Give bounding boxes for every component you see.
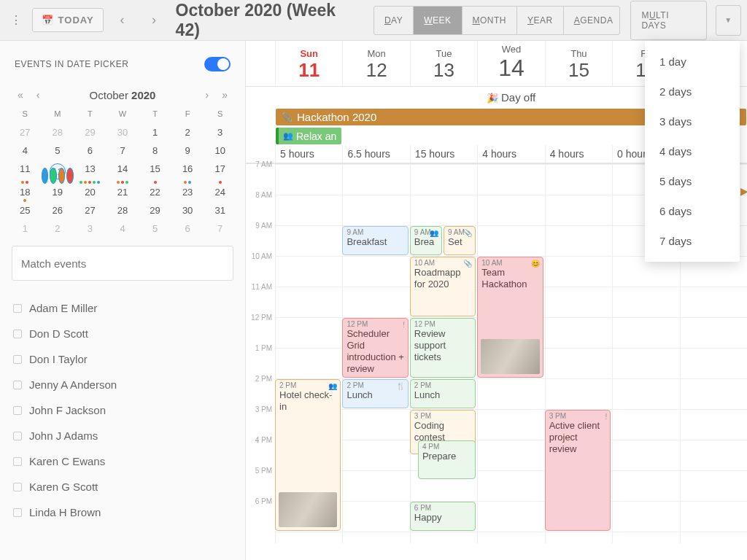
- event-prep[interactable]: 4 PMPrepare: [418, 440, 476, 479]
- view-year-button[interactable]: YEAR: [517, 7, 564, 34]
- dropdown-item[interactable]: 6 days: [645, 196, 740, 226]
- mini-cal-day[interactable]: 4: [107, 219, 139, 237]
- mini-cal-day[interactable]: 25: [9, 201, 42, 219]
- event-lunch1[interactable]: 2 PMLunch🍴: [342, 379, 408, 408]
- menu-dots-icon[interactable]: ⋮: [6, 6, 26, 35]
- next-arrow-icon[interactable]: ›: [141, 7, 166, 34]
- day-header[interactable]: Mon12: [342, 41, 409, 86]
- mini-cal-day[interactable]: 10: [204, 141, 236, 159]
- mini-next-year-icon[interactable]: »: [217, 86, 232, 104]
- event-image: [279, 492, 337, 527]
- mini-cal-day[interactable]: 7: [107, 141, 139, 159]
- relax-chip[interactable]: 👥 Relax an: [276, 128, 341, 144]
- day-header[interactable]: Tue13: [410, 41, 477, 86]
- mini-cal-day[interactable]: 9: [171, 141, 204, 159]
- mini-cal-day-header: S: [9, 109, 42, 122]
- mini-cal-day[interactable]: 19: [42, 182, 74, 201]
- mini-cal-day[interactable]: 17: [204, 159, 236, 182]
- mini-cal-day[interactable]: 21: [107, 182, 139, 201]
- person-item[interactable]: Adam E Miller: [4, 295, 241, 321]
- mini-cal-day[interactable]: 29: [74, 122, 107, 141]
- mini-cal-day[interactable]: 3: [74, 219, 107, 237]
- mini-cal-day[interactable]: 14: [107, 159, 139, 182]
- mini-cal-day[interactable]: 11: [9, 159, 42, 182]
- mini-cal-day[interactable]: 27: [9, 122, 42, 141]
- day-header[interactable]: Wed14: [477, 41, 544, 86]
- event-sched[interactable]: 12 PMScheduler Grid introduction + revie…: [342, 318, 408, 378]
- event-road[interactable]: 10 AMRoadmapp for 2020📎: [410, 257, 476, 316]
- mini-cal-day[interactable]: 15: [139, 159, 171, 182]
- mini-cal-day[interactable]: 20: [74, 182, 107, 201]
- person-item[interactable]: Linda H Brown: [4, 499, 241, 525]
- mini-cal-day[interactable]: 24: [204, 182, 236, 201]
- view-day-button[interactable]: DAY: [374, 7, 414, 34]
- event-breakfast[interactable]: 9 AMBreakfast: [342, 226, 408, 255]
- day-header[interactable]: Sun11: [275, 41, 342, 86]
- mini-cal-day[interactable]: 5: [42, 141, 74, 159]
- mini-cal-day[interactable]: 18: [9, 182, 42, 201]
- dropdown-item[interactable]: 4 days: [645, 136, 740, 166]
- dropdown-item[interactable]: 7 days: [645, 226, 740, 256]
- person-item[interactable]: Karen G Scott: [4, 474, 241, 499]
- mini-next-month-icon[interactable]: ›: [201, 86, 214, 104]
- mini-cal-day[interactable]: 12: [42, 159, 74, 182]
- event-hotel[interactable]: 2 PMHotel check-in👥: [275, 379, 341, 531]
- mini-cal-day[interactable]: 27: [74, 201, 107, 219]
- person-item[interactable]: Don D Scott: [4, 321, 241, 346]
- view-week-button[interactable]: WEEK: [414, 7, 462, 34]
- mini-cal-day[interactable]: 7: [204, 219, 236, 237]
- event-happy[interactable]: 6 PMHappy: [410, 502, 476, 531]
- mini-cal-day[interactable]: 28: [107, 201, 139, 219]
- mini-cal-day[interactable]: 31: [204, 201, 236, 219]
- event-icon: 👥: [430, 229, 438, 237]
- mini-prev-year-icon[interactable]: «: [13, 86, 28, 104]
- mini-cal-day[interactable]: 1: [139, 122, 171, 141]
- mini-cal-day[interactable]: 13: [74, 159, 107, 182]
- mini-cal-day[interactable]: 2: [42, 219, 74, 237]
- mini-cal-day[interactable]: 16: [171, 159, 204, 182]
- mini-cal-day[interactable]: 8: [139, 141, 171, 159]
- prev-arrow-icon[interactable]: ‹: [109, 7, 135, 34]
- mini-cal-day[interactable]: 1: [9, 219, 42, 237]
- event-lunch2[interactable]: 2 PMLunch: [410, 379, 476, 408]
- multi-days-button[interactable]: MULTI DAYS: [630, 1, 706, 40]
- person-item[interactable]: Jenny A Anderson: [4, 372, 241, 397]
- person-item[interactable]: John F Jackson: [4, 397, 241, 423]
- event-active[interactable]: 3 PMActive client project review!: [545, 410, 611, 531]
- mini-cal-day[interactable]: 28: [42, 122, 74, 141]
- mini-cal-day[interactable]: 6: [171, 219, 204, 237]
- mini-cal-day[interactable]: 4: [9, 141, 42, 159]
- search-input[interactable]: [12, 246, 233, 281]
- mini-cal-day[interactable]: 6: [74, 141, 107, 159]
- mini-cal-day[interactable]: 2: [171, 122, 204, 141]
- mini-cal-day[interactable]: 30: [171, 201, 204, 219]
- dropdown-item[interactable]: 3 days: [645, 106, 740, 136]
- multi-days-dropdown-toggle[interactable]: ▼: [716, 5, 742, 36]
- view-month-button[interactable]: MONTH: [462, 7, 518, 34]
- dropdown-item[interactable]: 5 days: [645, 166, 740, 196]
- today-button[interactable]: 📅 TODAY: [32, 8, 104, 32]
- mini-cal-day[interactable]: 26: [42, 201, 74, 219]
- event-review[interactable]: 12 PMReview support tickets: [410, 318, 476, 378]
- mini-cal-day[interactable]: 3: [204, 122, 236, 141]
- mini-prev-month-icon[interactable]: ‹: [32, 86, 44, 104]
- person-item[interactable]: Don I Taylor: [4, 346, 241, 372]
- mini-cal-day[interactable]: 30: [107, 122, 139, 141]
- mini-cal-day[interactable]: 23: [171, 182, 204, 201]
- event-brea2[interactable]: 9 AMBrea👥: [410, 226, 442, 255]
- events-toggle[interactable]: [204, 57, 231, 71]
- event-setx[interactable]: 9 AMSet📎: [444, 226, 476, 255]
- dropdown-item[interactable]: 1 day: [645, 47, 740, 77]
- mini-cal-day[interactable]: 22: [139, 182, 171, 201]
- event-team[interactable]: 10 AMTeam Hackathon😊: [477, 257, 543, 378]
- party-icon: 🎉: [487, 93, 498, 104]
- day-header[interactable]: Thu15: [545, 41, 612, 86]
- day-off-chip[interactable]: 🎉 Day off: [481, 90, 541, 105]
- person-item[interactable]: John J Adams: [4, 423, 241, 448]
- dropdown-item[interactable]: 2 days: [645, 77, 740, 106]
- view-agenda-button[interactable]: AGENDA: [564, 7, 621, 34]
- person-item[interactable]: Karen C Ewans: [4, 448, 241, 474]
- mini-cal-day[interactable]: 29: [139, 201, 171, 219]
- time-label: 5 PM: [255, 467, 272, 475]
- mini-cal-day[interactable]: 5: [139, 219, 171, 237]
